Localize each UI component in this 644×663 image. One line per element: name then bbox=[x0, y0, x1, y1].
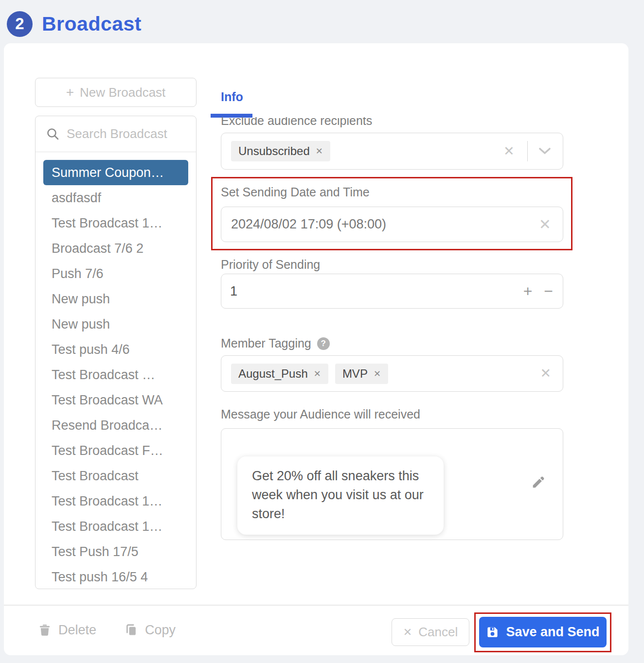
list-item[interactable]: New push bbox=[43, 286, 188, 312]
clear-date-icon[interactable]: ✕ bbox=[539, 217, 551, 232]
list-item[interactable]: Test Broadcast 1… bbox=[43, 210, 188, 236]
cancel-label: Cancel bbox=[418, 625, 458, 640]
tag-label: Unsubscribed bbox=[238, 144, 310, 158]
message-preview-box: Get 20% off all sneakers this week when … bbox=[221, 428, 563, 540]
list-item[interactable]: Test push 4/6 bbox=[43, 337, 188, 362]
list-item[interactable]: Test Broadcast 1… bbox=[43, 489, 188, 514]
tag-label: MVP bbox=[342, 367, 368, 381]
new-broadcast-label: New Broadcast bbox=[80, 85, 165, 100]
schedule-datetime-input[interactable] bbox=[231, 217, 539, 232]
exclude-select-tags: Unsubscribed✕ bbox=[231, 141, 337, 161]
list-item[interactable]: asdfasdf bbox=[43, 185, 188, 210]
new-broadcast-button[interactable]: + New Broadcast bbox=[35, 78, 197, 107]
copy-button[interactable]: Copy bbox=[125, 623, 176, 638]
help-icon[interactable]: ? bbox=[317, 337, 330, 350]
priority-input[interactable] bbox=[230, 284, 425, 299]
delete-button[interactable]: Delete bbox=[38, 623, 96, 638]
message-bubble: Get 20% off all sneakers this week when … bbox=[237, 456, 444, 535]
remove-tag-icon[interactable]: ✕ bbox=[374, 369, 381, 378]
save-and-send-label: Save and Send bbox=[506, 625, 599, 640]
search-icon bbox=[46, 127, 59, 140]
list-item[interactable]: Test Broadcast bbox=[43, 463, 188, 489]
tag-chip: Unsubscribed✕ bbox=[231, 141, 330, 161]
plus-icon: + bbox=[66, 86, 74, 99]
edit-message-icon[interactable] bbox=[531, 474, 546, 492]
clear-tags-icon[interactable]: ✕ bbox=[540, 367, 551, 380]
priority-stepper: + − bbox=[523, 283, 553, 299]
broadcast-list-panel: Summer Coupon…asdfasdfTest Broadcast 1…B… bbox=[35, 116, 197, 589]
schedule-datetime-field[interactable]: ✕ bbox=[221, 207, 563, 242]
list-item[interactable]: Push 7/6 bbox=[43, 261, 188, 286]
list-item[interactable]: Summer Coupon… bbox=[43, 160, 188, 185]
decrement-icon[interactable]: − bbox=[544, 283, 553, 299]
clear-exclude-icon[interactable]: ✕ bbox=[503, 145, 515, 158]
cancel-button[interactable]: ✕ Cancel bbox=[392, 618, 469, 646]
remove-tag-icon[interactable]: ✕ bbox=[314, 369, 321, 378]
priority-label: Priority of Sending bbox=[221, 258, 320, 272]
message-label: Message your Audience will received bbox=[221, 407, 420, 421]
list-item[interactable]: Test Push 17/5 bbox=[43, 539, 188, 564]
exclude-label-wrap: Exclude audience recipients bbox=[221, 117, 372, 129]
tag-label: August_Push bbox=[238, 367, 308, 381]
page-header: 2 Broadcast bbox=[0, 0, 644, 42]
close-icon: ✕ bbox=[403, 626, 412, 639]
list-item[interactable]: Test Broadcast … bbox=[43, 362, 188, 387]
chevron-down-icon[interactable] bbox=[538, 147, 551, 155]
delete-label: Delete bbox=[58, 623, 96, 638]
trash-icon bbox=[38, 623, 52, 637]
remove-tag-icon[interactable]: ✕ bbox=[316, 147, 323, 156]
list-item[interactable]: New push bbox=[43, 312, 188, 337]
step-number-badge: 2 bbox=[7, 11, 33, 37]
list-item[interactable]: Test Broadcast F… bbox=[43, 438, 188, 463]
list-item[interactable]: Resend Broadca… bbox=[43, 413, 188, 438]
member-tagging-label-row: Member Tagging ? bbox=[221, 336, 330, 350]
broadcast-card: + New Broadcast Summer Coupon…asdfasdfTe… bbox=[4, 43, 628, 655]
page-title: Broadcast bbox=[42, 13, 142, 35]
tag-chip: MVP✕ bbox=[335, 364, 388, 384]
copy-label: Copy bbox=[145, 623, 176, 638]
exclude-select-controls: ✕ bbox=[503, 141, 563, 161]
search-row bbox=[36, 116, 196, 152]
save-and-send-button[interactable]: Save and Send bbox=[479, 617, 607, 647]
search-broadcast-input[interactable] bbox=[67, 126, 179, 141]
priority-field[interactable]: + − bbox=[221, 274, 563, 309]
footer-left-tools: Delete Copy bbox=[38, 605, 176, 655]
copy-icon bbox=[125, 623, 138, 637]
list-item[interactable]: Broadcast 7/6 2 bbox=[43, 236, 188, 261]
select-divider bbox=[527, 141, 528, 161]
tag-chip: August_Push✕ bbox=[231, 364, 328, 384]
increment-icon[interactable]: + bbox=[523, 283, 533, 299]
save-icon bbox=[486, 626, 499, 639]
list-item[interactable]: Test push 16/5 4 bbox=[43, 564, 188, 589]
exclude-label: Exclude audience recipients bbox=[221, 117, 372, 128]
member-tagging-tags: August_Push✕MVP✕ bbox=[231, 364, 395, 384]
schedule-label: Set Sending Date and Time bbox=[221, 185, 370, 199]
list-item[interactable]: Test Broadcast 1… bbox=[43, 514, 188, 539]
broadcast-list: Summer Coupon…asdfasdfTest Broadcast 1…B… bbox=[36, 152, 196, 589]
tab-info[interactable]: Info bbox=[221, 90, 243, 104]
member-tagging-label: Member Tagging bbox=[221, 336, 311, 350]
exclude-audience-select[interactable]: Unsubscribed✕ ✕ bbox=[221, 133, 563, 170]
list-item[interactable]: Test Broadcast WA bbox=[43, 387, 188, 413]
member-tagging-select[interactable]: August_Push✕MVP✕ ✕ bbox=[221, 355, 563, 392]
